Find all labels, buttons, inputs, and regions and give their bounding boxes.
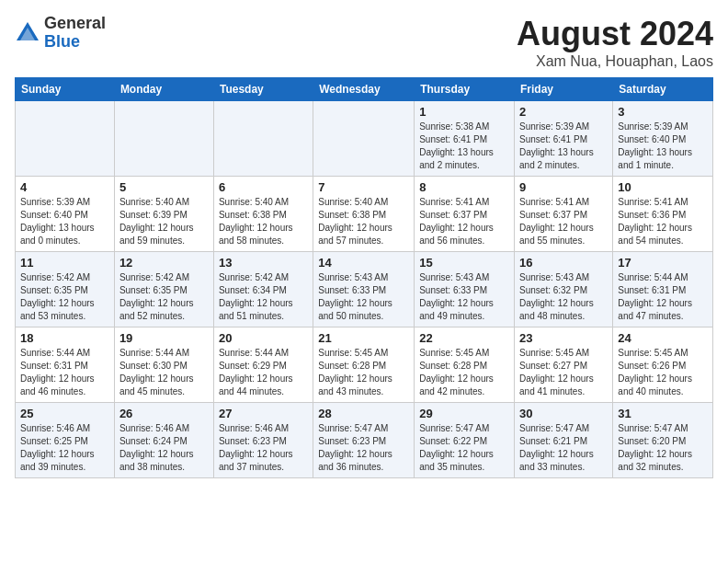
day-cell: 5Sunrise: 5:40 AM Sunset: 6:39 PM Daylig…: [114, 177, 213, 252]
col-header-wednesday: Wednesday: [313, 78, 415, 101]
day-info: Sunrise: 5:45 AM Sunset: 6:28 PM Dayligh…: [419, 347, 509, 398]
day-info: Sunrise: 5:41 AM Sunset: 6:37 PM Dayligh…: [519, 196, 608, 247]
calendar-table: SundayMondayTuesdayWednesdayThursdayFrid…: [15, 77, 713, 478]
day-info: Sunrise: 5:44 AM Sunset: 6:31 PM Dayligh…: [618, 271, 708, 323]
day-info: Sunrise: 5:45 AM Sunset: 6:26 PM Dayligh…: [618, 347, 708, 398]
day-number: 6: [219, 180, 308, 194]
day-number: 11: [20, 256, 109, 270]
day-number: 25: [20, 407, 109, 420]
day-info: Sunrise: 5:44 AM Sunset: 6:30 PM Dayligh…: [119, 347, 209, 398]
day-cell: 17Sunrise: 5:44 AM Sunset: 6:31 PM Dayli…: [613, 252, 713, 327]
day-cell: 18Sunrise: 5:44 AM Sunset: 6:31 PM Dayli…: [16, 327, 115, 403]
day-cell: 10Sunrise: 5:41 AM Sunset: 6:36 PM Dayli…: [613, 177, 713, 252]
logo: General Blue: [15, 15, 106, 52]
day-cell: 15Sunrise: 5:43 AM Sunset: 6:33 PM Dayli…: [415, 252, 515, 327]
day-cell: 31Sunrise: 5:47 AM Sunset: 6:20 PM Dayli…: [613, 403, 713, 478]
day-info: Sunrise: 5:46 AM Sunset: 6:23 PM Dayligh…: [219, 422, 308, 474]
day-number: 23: [519, 331, 608, 345]
day-number: 18: [20, 331, 109, 345]
day-cell: 19Sunrise: 5:44 AM Sunset: 6:30 PM Dayli…: [114, 327, 213, 403]
week-row-2: 11Sunrise: 5:42 AM Sunset: 6:35 PM Dayli…: [16, 252, 713, 327]
day-info: Sunrise: 5:40 AM Sunset: 6:39 PM Dayligh…: [119, 196, 209, 247]
week-row-1: 4Sunrise: 5:39 AM Sunset: 6:40 PM Daylig…: [16, 177, 713, 252]
day-info: Sunrise: 5:45 AM Sunset: 6:28 PM Dayligh…: [318, 347, 409, 398]
col-header-monday: Monday: [114, 78, 213, 101]
day-info: Sunrise: 5:47 AM Sunset: 6:23 PM Dayligh…: [318, 422, 409, 474]
day-number: 30: [519, 407, 608, 420]
day-number: 4: [20, 180, 109, 194]
calendar-header-row: SundayMondayTuesdayWednesdayThursdayFrid…: [16, 78, 713, 101]
day-info: Sunrise: 5:47 AM Sunset: 6:22 PM Dayligh…: [419, 422, 509, 474]
day-number: 3: [618, 105, 708, 119]
location-subtitle: Xam Nua, Houaphan, Laos: [517, 53, 713, 70]
day-number: 8: [419, 180, 509, 194]
col-header-sunday: Sunday: [16, 78, 115, 101]
logo-general: General: [44, 15, 106, 33]
day-cell: 27Sunrise: 5:46 AM Sunset: 6:23 PM Dayli…: [213, 403, 313, 478]
day-number: 24: [618, 331, 708, 345]
day-number: 15: [419, 256, 509, 270]
day-info: Sunrise: 5:47 AM Sunset: 6:21 PM Dayligh…: [519, 422, 608, 474]
day-number: 19: [119, 331, 209, 345]
day-info: Sunrise: 5:46 AM Sunset: 6:25 PM Dayligh…: [20, 422, 109, 474]
day-number: 2: [519, 105, 608, 119]
month-year-title: August 2024: [517, 15, 713, 53]
day-info: Sunrise: 5:45 AM Sunset: 6:27 PM Dayligh…: [519, 347, 608, 398]
day-cell: 24Sunrise: 5:45 AM Sunset: 6:26 PM Dayli…: [613, 327, 713, 403]
day-cell: [213, 101, 313, 177]
day-number: 27: [219, 407, 308, 420]
day-cell: 16Sunrise: 5:43 AM Sunset: 6:32 PM Dayli…: [515, 252, 613, 327]
day-cell: 12Sunrise: 5:42 AM Sunset: 6:35 PM Dayli…: [114, 252, 213, 327]
day-number: 7: [318, 180, 409, 194]
day-info: Sunrise: 5:42 AM Sunset: 6:34 PM Dayligh…: [219, 271, 308, 323]
day-number: 16: [519, 256, 608, 270]
day-cell: 26Sunrise: 5:46 AM Sunset: 6:24 PM Dayli…: [114, 403, 213, 478]
day-number: 26: [119, 407, 209, 420]
day-cell: 2Sunrise: 5:39 AM Sunset: 6:41 PM Daylig…: [515, 101, 613, 177]
day-cell: [114, 101, 213, 177]
day-number: 1: [419, 105, 509, 119]
day-cell: 25Sunrise: 5:46 AM Sunset: 6:25 PM Dayli…: [16, 403, 115, 478]
day-cell: 14Sunrise: 5:43 AM Sunset: 6:33 PM Dayli…: [313, 252, 415, 327]
day-info: Sunrise: 5:43 AM Sunset: 6:33 PM Dayligh…: [318, 271, 409, 323]
day-number: 21: [318, 331, 409, 345]
day-number: 13: [219, 256, 308, 270]
day-number: 17: [618, 256, 708, 270]
logo-text: General Blue: [44, 15, 106, 52]
day-number: 12: [119, 256, 209, 270]
day-info: Sunrise: 5:46 AM Sunset: 6:24 PM Dayligh…: [119, 422, 209, 474]
day-cell: [313, 101, 415, 177]
day-cell: 13Sunrise: 5:42 AM Sunset: 6:34 PM Dayli…: [213, 252, 313, 327]
day-cell: 21Sunrise: 5:45 AM Sunset: 6:28 PM Dayli…: [313, 327, 415, 403]
col-header-friday: Friday: [515, 78, 613, 101]
day-cell: 6Sunrise: 5:40 AM Sunset: 6:38 PM Daylig…: [213, 177, 313, 252]
day-cell: 8Sunrise: 5:41 AM Sunset: 6:37 PM Daylig…: [415, 177, 515, 252]
col-header-tuesday: Tuesday: [213, 78, 313, 101]
day-info: Sunrise: 5:41 AM Sunset: 6:36 PM Dayligh…: [618, 196, 708, 247]
day-cell: 4Sunrise: 5:39 AM Sunset: 6:40 PM Daylig…: [16, 177, 115, 252]
day-info: Sunrise: 5:39 AM Sunset: 6:40 PM Dayligh…: [618, 121, 708, 172]
week-row-0: 1Sunrise: 5:38 AM Sunset: 6:41 PM Daylig…: [16, 101, 713, 177]
day-number: 29: [419, 407, 509, 420]
day-number: 14: [318, 256, 409, 270]
col-header-thursday: Thursday: [415, 78, 515, 101]
day-info: Sunrise: 5:40 AM Sunset: 6:38 PM Dayligh…: [318, 196, 409, 247]
day-info: Sunrise: 5:43 AM Sunset: 6:33 PM Dayligh…: [419, 271, 509, 323]
day-info: Sunrise: 5:40 AM Sunset: 6:38 PM Dayligh…: [219, 196, 308, 247]
day-cell: 28Sunrise: 5:47 AM Sunset: 6:23 PM Dayli…: [313, 403, 415, 478]
day-info: Sunrise: 5:39 AM Sunset: 6:40 PM Dayligh…: [20, 196, 109, 247]
day-cell: 11Sunrise: 5:42 AM Sunset: 6:35 PM Dayli…: [16, 252, 115, 327]
day-info: Sunrise: 5:38 AM Sunset: 6:41 PM Dayligh…: [419, 121, 509, 172]
day-cell: 29Sunrise: 5:47 AM Sunset: 6:22 PM Dayli…: [415, 403, 515, 478]
day-info: Sunrise: 5:44 AM Sunset: 6:29 PM Dayligh…: [219, 347, 308, 398]
week-row-3: 18Sunrise: 5:44 AM Sunset: 6:31 PM Dayli…: [16, 327, 713, 403]
day-cell: 23Sunrise: 5:45 AM Sunset: 6:27 PM Dayli…: [515, 327, 613, 403]
day-number: 9: [519, 180, 608, 194]
day-info: Sunrise: 5:44 AM Sunset: 6:31 PM Dayligh…: [20, 347, 109, 398]
day-info: Sunrise: 5:41 AM Sunset: 6:37 PM Dayligh…: [419, 196, 509, 247]
day-cell: 30Sunrise: 5:47 AM Sunset: 6:21 PM Dayli…: [515, 403, 613, 478]
day-cell: 9Sunrise: 5:41 AM Sunset: 6:37 PM Daylig…: [515, 177, 613, 252]
day-info: Sunrise: 5:39 AM Sunset: 6:41 PM Dayligh…: [519, 121, 608, 172]
week-row-4: 25Sunrise: 5:46 AM Sunset: 6:25 PM Dayli…: [16, 403, 713, 478]
day-cell: 3Sunrise: 5:39 AM Sunset: 6:40 PM Daylig…: [613, 101, 713, 177]
